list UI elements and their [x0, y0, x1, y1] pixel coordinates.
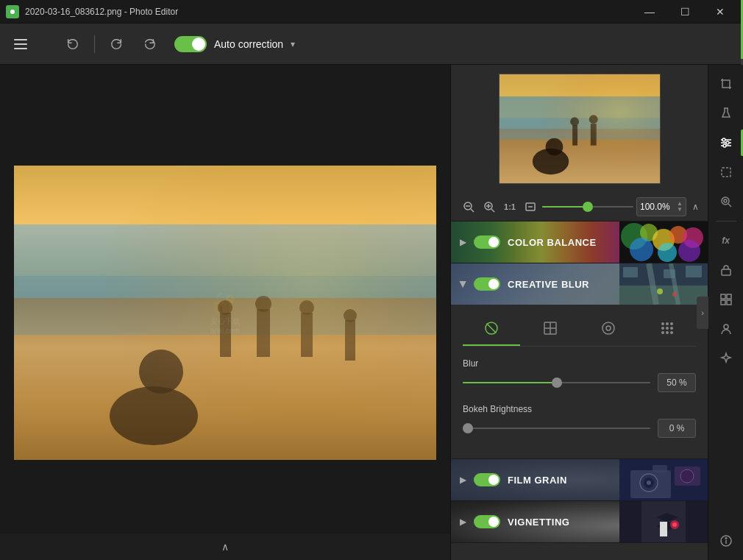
lock-tool-button[interactable]: [713, 257, 739, 283]
color-balance-label: COLOR BALANCE: [508, 237, 597, 248]
effects-tool-button[interactable]: fx: [713, 227, 739, 254]
vignetting-toggle-knob: [488, 517, 499, 527]
panel-collapse-button[interactable]: ∧: [692, 202, 699, 212]
auto-correction-dropdown[interactable]: ▾: [291, 39, 295, 49]
svg-rect-13: [14, 166, 436, 460]
back-icon: [110, 38, 124, 51]
tool-rail: fx: [708, 65, 743, 560]
hamburger-line: [14, 48, 27, 49]
zoom-100-button[interactable]: 1:1: [501, 198, 519, 216]
svg-point-59: [661, 327, 664, 330]
info-icon: [719, 534, 733, 547]
svg-rect-21: [500, 74, 659, 183]
creative-blur-label: CREATIVE BLUR: [508, 279, 589, 290]
filter-grid-button[interactable]: [522, 313, 579, 346]
svg-point-54: [602, 322, 614, 334]
svg-rect-94: [727, 300, 731, 305]
undo-button[interactable]: [59, 31, 85, 57]
vignetting-toggle[interactable]: [474, 515, 500, 528]
titlebar: 2020-03-16_083612.png - Photo Editor — ☐…: [0, 0, 743, 24]
vignetting-header-content: ▶ VIGNETTING: [451, 515, 708, 528]
info-tool-button[interactable]: [713, 528, 739, 554]
auto-correction-switch[interactable]: [174, 36, 207, 52]
bokeh-slider[interactable]: [463, 421, 650, 436]
svg-point-57: [666, 322, 669, 325]
svg-point-63: [666, 331, 669, 334]
svg-point-95: [724, 325, 728, 329]
redo-back-button[interactable]: [104, 31, 130, 57]
grid-tool-button[interactable]: [713, 286, 739, 313]
toggle-knob: [192, 38, 205, 51]
lock-icon: [719, 263, 733, 277]
svg-point-1: [10, 10, 15, 14]
zoom-slider-track: [542, 206, 633, 208]
svg-rect-93: [721, 300, 725, 305]
color-balance-toggle[interactable]: [474, 235, 500, 249]
filter-none-button[interactable]: [463, 313, 520, 346]
zoom-fit-button[interactable]: [460, 198, 477, 216]
vignetting-label: VIGNETTING: [508, 517, 569, 528]
zoom-down-arrow[interactable]: ▼: [677, 207, 683, 213]
film-grain-toggle-knob: [488, 475, 499, 485]
zoom-value-box[interactable]: 100.0% ▲ ▼: [636, 197, 686, 216]
canvas-collapse-button[interactable]: ∧: [221, 541, 229, 553]
zoom-fit-icon: [463, 201, 474, 213]
effects-icon: fx: [722, 235, 730, 246]
zoom-tool-button[interactable]: [713, 188, 739, 215]
color-balance-header[interactable]: ▶ COLOR BALANCE: [451, 221, 708, 263]
creative-blur-header-content: ▶ CREATIVE BLUR: [451, 277, 708, 291]
zoom-slider-thumb[interactable]: [583, 202, 593, 212]
creative-blur-chevron: ▶: [458, 281, 469, 288]
svg-point-83: [722, 138, 725, 141]
blur-slider-track: [463, 382, 650, 383]
svg-rect-91: [721, 294, 725, 299]
forward-icon: [143, 38, 156, 51]
maximize-button[interactable]: ☐: [668, 0, 702, 24]
bokeh-slider-thumb[interactable]: [463, 423, 473, 433]
svg-point-56: [661, 322, 664, 325]
blur-slider-row: Blur 50 %: [463, 358, 696, 392]
svg-rect-92: [727, 294, 731, 299]
auto-correction-toggle: Auto correction ▾: [174, 36, 295, 52]
portrait-tool-button[interactable]: [713, 316, 739, 342]
film-grain-header[interactable]: ▶ FILM GRAIN: [451, 459, 708, 500]
enhance-tool-button[interactable]: [713, 100, 739, 127]
adjustments-tool-button[interactable]: [713, 130, 739, 156]
filter-dots-button[interactable]: [639, 313, 696, 346]
film-grain-toggle[interactable]: [474, 473, 500, 486]
color-balance-chevron: ▶: [460, 237, 466, 247]
rail-expand-button[interactable]: ›: [697, 297, 708, 329]
selection-tool-button[interactable]: [713, 159, 739, 185]
zoom-glass-icon: [719, 195, 733, 208]
magic-tool-button[interactable]: [713, 345, 739, 372]
hamburger-line: [14, 39, 27, 40]
creative-blur-header[interactable]: ▶ CREATIVE BLUR: [451, 263, 708, 305]
photo-canvas[interactable]: 🔐 安心下载 anxi.com: [14, 166, 436, 460]
redo-forward-button[interactable]: [136, 31, 163, 57]
film-grain-section: ▶ FILM GRAIN: [451, 459, 708, 501]
svg-rect-70: [653, 465, 667, 472]
menu-button[interactable]: [9, 32, 32, 56]
blur-slider[interactable]: [463, 375, 650, 390]
svg-rect-44: [623, 267, 638, 277]
creative-blur-content: Blur 50 %: [451, 305, 708, 458]
blur-value: 50 %: [658, 373, 696, 392]
rail-divider: [716, 221, 736, 221]
crop-tool-button[interactable]: [713, 71, 739, 97]
svg-point-55: [606, 326, 611, 330]
zoom-arrows[interactable]: ▲ ▼: [677, 201, 683, 213]
bokeh-value: 0 %: [658, 419, 696, 438]
creative-blur-toggle[interactable]: [474, 277, 500, 291]
minimize-button[interactable]: —: [633, 0, 666, 24]
close-button[interactable]: ✕: [703, 0, 737, 24]
filter-circle-icon: [600, 320, 616, 336]
zoom-in-button[interactable]: [480, 198, 498, 216]
svg-point-58: [670, 322, 673, 325]
creative-blur-section: ▶ CREATIVE BLUR: [451, 263, 708, 459]
vignetting-header[interactable]: ▶ VIGNETTING: [451, 501, 708, 542]
zoom-fit-screen-button[interactable]: [522, 198, 539, 216]
bokeh-slider-control: 0 %: [463, 419, 696, 438]
zoom-slider[interactable]: [542, 199, 633, 214]
filter-circle-button[interactable]: [580, 313, 638, 346]
blur-slider-thumb[interactable]: [552, 378, 562, 388]
